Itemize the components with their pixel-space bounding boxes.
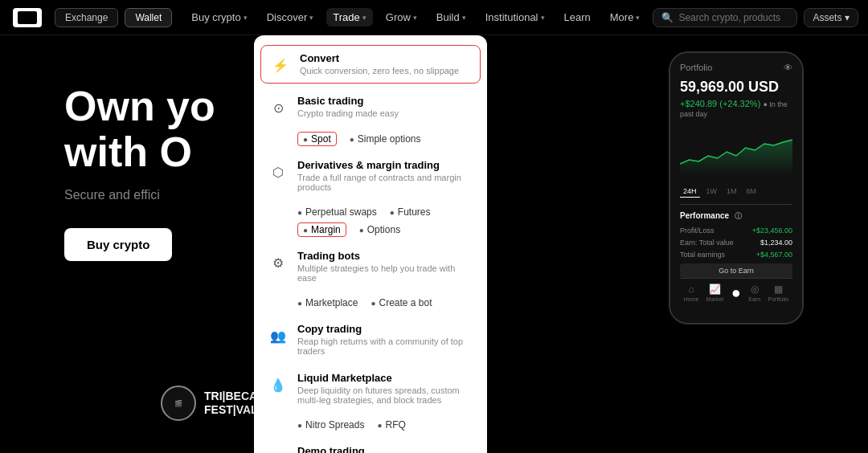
convert-menu-item[interactable]: ⚡ Convert Quick conversion, zero fees, n… (260, 45, 481, 84)
chevron-down-icon: ▾ (413, 14, 417, 22)
copy-trading-menu-item[interactable]: 👥 Copy trading Reap high returns with a … (254, 315, 487, 364)
search-box[interactable]: 🔍 (653, 8, 797, 27)
trading-bots-sub-items: ● Marketplace ● Create a bot (254, 291, 487, 315)
chevron-down-icon: ▾ (636, 14, 640, 22)
profile-icon[interactable]: 👤 (865, 6, 868, 29)
trade-dropdown-menu: ⚡ Convert Quick conversion, zero fees, n… (254, 35, 487, 453)
search-input[interactable] (678, 12, 788, 23)
copy-trading-desc: Reap high returns with a community of to… (297, 337, 474, 356)
nav-build[interactable]: Build ▾ (430, 8, 473, 27)
trading-bots-menu-item[interactable]: ⚙ Trading bots Multiple strategies to he… (254, 242, 487, 291)
copy-trading-icon: 👥 (267, 324, 289, 347)
marketplace-sub-item[interactable]: ● Marketplace (297, 296, 358, 310)
margin-sub-item[interactable]: ● Margin (297, 222, 346, 237)
basic-trading-desc: Crypto trading made easy (297, 108, 474, 118)
convert-desc: Quick conversion, zero fees, no slippage (300, 66, 472, 76)
simple-options-sub-item[interactable]: ● Simple options (350, 132, 421, 146)
navbar: Exchange Wallet Buy crypto ▾ Discover ▾ … (0, 0, 868, 35)
nav-institutional[interactable]: Institutional ▾ (479, 8, 551, 27)
search-icon: 🔍 (661, 12, 674, 23)
chevron-down-icon: ▾ (244, 14, 248, 22)
chevron-down-icon: ▾ (541, 14, 545, 22)
nitro-spreads-sub-item[interactable]: ● Nitro Spreads (297, 418, 364, 432)
copy-trading-title: Copy trading (297, 323, 474, 335)
derivatives-desc: Trade a full range of contracts and marg… (297, 173, 474, 192)
liquid-marketplace-menu-item[interactable]: 💧 Liquid Marketplace Deep liquidity on f… (254, 364, 487, 413)
perpetual-swaps-sub-item[interactable]: ● Perpetual swaps (297, 205, 377, 219)
chevron-down-icon: ▾ (362, 14, 366, 22)
chevron-down-icon: ▾ (845, 12, 850, 23)
demo-trading-title: Demo trading (297, 445, 474, 453)
nav-discover[interactable]: Discover ▾ (260, 8, 321, 27)
okx-logo[interactable] (13, 8, 42, 27)
trading-bots-icon: ⚙ (267, 251, 289, 274)
convert-title: Convert (300, 52, 472, 64)
liquid-marketplace-icon: 💧 (267, 373, 289, 396)
assets-button[interactable]: Assets ▾ (804, 8, 858, 27)
wallet-tab[interactable]: Wallet (125, 8, 172, 27)
exchange-tab[interactable]: Exchange (55, 8, 118, 27)
chevron-down-icon: ▾ (309, 14, 313, 22)
create-bot-sub-item[interactable]: ● Create a bot (371, 296, 432, 310)
derivatives-sub-items: ● Perpetual swaps ● Futures ● Margin ● O… (254, 200, 487, 242)
derivatives-icon: ⬡ (267, 161, 289, 183)
convert-icon: ⚡ (269, 54, 292, 76)
demo-trading-icon: 🎮 (267, 447, 289, 453)
options-sub-item[interactable]: ● Options (359, 222, 400, 237)
liquid-marketplace-sub-items: ● Nitro Spreads ● RFQ (254, 413, 487, 437)
basic-trading-icon: ⊙ (267, 96, 289, 119)
nav-buy-crypto[interactable]: Buy crypto ▾ (185, 8, 253, 27)
chevron-down-icon: ▾ (462, 14, 466, 22)
dropdown-overlay: ⚡ Convert Quick conversion, zero fees, n… (0, 35, 868, 453)
spot-sub-item[interactable]: ● Spot (297, 132, 337, 146)
nav-more[interactable]: More ▾ (604, 8, 647, 27)
nav-right: 🔍 Assets ▾ 👤 ⬇ 🔔 ❓ 🌐 (653, 6, 868, 29)
liquid-marketplace-title: Liquid Marketplace (297, 372, 474, 384)
nav-grow[interactable]: Grow ▾ (379, 8, 424, 27)
demo-trading-menu-item[interactable]: 🎮 Demo trading Learn crypto investing an… (254, 437, 487, 453)
derivatives-title: Derivatives & margin trading (297, 159, 474, 171)
basic-trading-menu-item[interactable]: ⊙ Basic trading Crypto trading made easy (254, 87, 487, 127)
derivatives-menu-item[interactable]: ⬡ Derivatives & margin trading Trade a f… (254, 151, 487, 200)
rfq-sub-item[interactable]: ● RFQ (377, 418, 405, 432)
liquid-marketplace-desc: Deep liquidity on futures spreads, custo… (297, 386, 474, 405)
basic-trading-sub-items: ● Spot ● Simple options (254, 127, 487, 151)
futures-sub-item[interactable]: ● Futures (390, 205, 431, 219)
nav-learn[interactable]: Learn (558, 8, 597, 27)
trading-bots-desc: Multiple strategies to help you trade wi… (297, 263, 474, 283)
nav-trade[interactable]: Trade ▾ (326, 8, 372, 27)
trading-bots-title: Trading bots (297, 250, 474, 262)
basic-trading-title: Basic trading (297, 95, 474, 107)
